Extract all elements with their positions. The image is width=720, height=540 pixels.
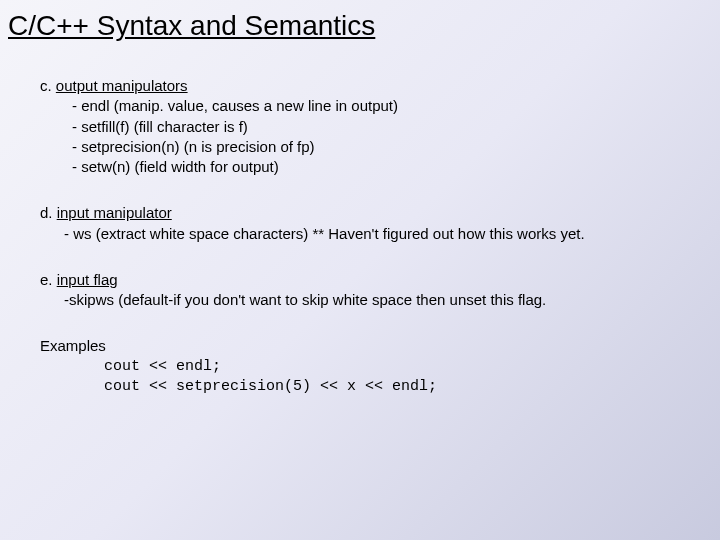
list-item: - setw(n) (field width for output) [72,157,680,177]
code-line: cout << setprecision(5) << x << endl; [104,377,680,397]
section-c-heading: output manipulators [56,77,188,94]
code-line: cout << endl; [104,357,680,377]
section-d-heading: input manipulator [57,204,172,221]
list-item: - setprecision(n) (n is precision of fp) [72,137,680,157]
code-block: cout << endl; cout << setprecision(5) <<… [40,357,680,398]
section-e-prefix: e. [40,271,57,288]
list-item: - setfill(f) (fill character is f) [72,117,680,137]
section-input-flag: e. input flag -skipws (default-if you do… [40,270,680,311]
section-e-heading: input flag [57,271,118,288]
slide-content: c. output manipulators - endl (manip. va… [0,46,720,397]
section-d-body: - ws (extract white space characters) **… [40,224,680,244]
examples-label: Examples [40,336,680,356]
section-input-manipulator: d. input manipulator - ws (extract white… [40,203,680,244]
section-output-manipulators: c. output manipulators - endl (manip. va… [40,76,680,177]
section-d-prefix: d. [40,204,57,221]
output-manipulators-list: - endl (manip. value, causes a new line … [40,96,680,177]
section-c-prefix: c. [40,77,56,94]
page-title: C/C++ Syntax and Semantics [0,0,720,46]
list-item: - endl (manip. value, causes a new line … [72,96,680,116]
section-examples: Examples cout << endl; cout << setprecis… [40,336,680,397]
section-e-body: -skipws (default-if you don't want to sk… [40,290,680,310]
